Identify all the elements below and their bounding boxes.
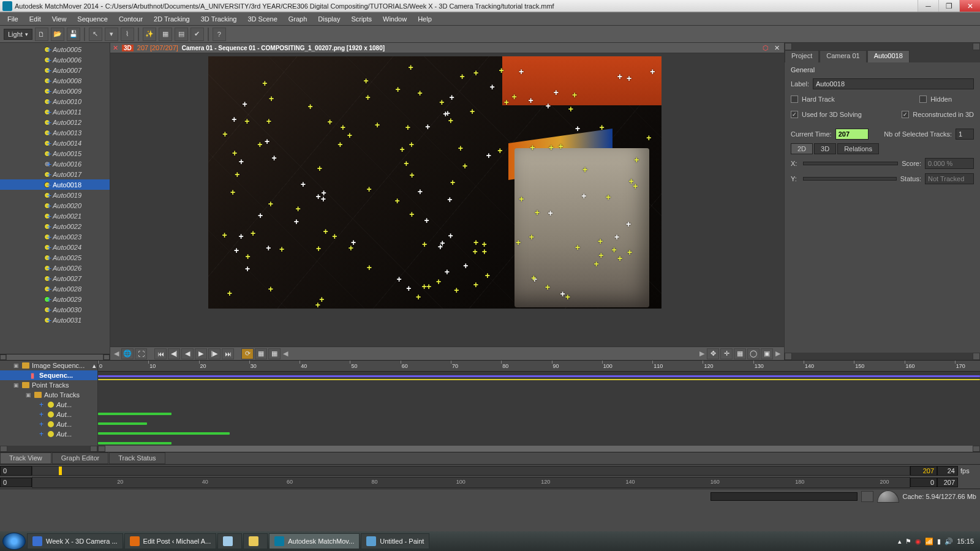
tl-item[interactable]: Point Tracks	[32, 381, 69, 389]
expand-icon[interactable]: +	[47, 222, 53, 231]
scroll-thumb[interactable]	[7, 354, 103, 360]
start-button[interactable]	[2, 533, 26, 550]
orbit-tool-icon[interactable]: ◯	[747, 348, 760, 359]
tree-item[interactable]: +Auto0027	[0, 273, 110, 283]
expand-icon[interactable]: +	[47, 232, 53, 242]
expand-icon[interactable]: +	[47, 190, 53, 200]
scroll-right-icon[interactable]	[104, 354, 110, 360]
expand-icon[interactable]: +	[47, 315, 53, 325]
go-start-icon[interactable]: ⏮	[154, 348, 167, 359]
expand-icon[interactable]: +	[47, 201, 53, 211]
tab-track-status[interactable]: Track Status	[109, 452, 165, 464]
expand-icon[interactable]: +	[47, 242, 53, 252]
expand-icon[interactable]: +	[47, 45, 53, 54]
expand-icon[interactable]: +	[47, 66, 53, 75]
tray-flag-icon[interactable]: ⚑	[905, 538, 911, 545]
tree-item[interactable]: +Auto0010	[0, 96, 110, 107]
subtab-3d[interactable]: 3D	[814, 143, 836, 154]
minimize-button[interactable]: ─	[918, 0, 938, 12]
tree-item[interactable]: +Auto0026	[0, 263, 110, 273]
scroll-right-icon[interactable]: ▶	[774, 350, 782, 358]
expand-icon[interactable]: +	[47, 294, 53, 304]
tree-item[interactable]: +Auto0028	[0, 283, 110, 294]
close-view-icon[interactable]: ✕	[772, 43, 782, 52]
fps-field[interactable]: 24	[937, 466, 958, 476]
taskbar-app[interactable]	[243, 533, 268, 549]
tl-item[interactable]: Aut...	[56, 430, 72, 438]
menu-window[interactable]: Window	[378, 14, 412, 24]
recon-checkbox[interactable]	[902, 111, 909, 118]
menu-2d-tracking[interactable]: 2D Tracking	[149, 14, 195, 24]
tl-item[interactable]: Aut...	[56, 411, 72, 418]
move-tool-icon[interactable]: ✥	[707, 348, 719, 359]
tray-battery-icon[interactable]: ▮	[937, 538, 941, 545]
lasso-tool-icon[interactable]: ⌇	[121, 28, 134, 41]
range-ruler[interactable]: 20406080100120140160180200	[32, 477, 910, 488]
curtime-input[interactable]	[835, 129, 869, 140]
expand-icon[interactable]: +	[47, 118, 53, 127]
tab-track-view[interactable]: Track View	[0, 452, 51, 464]
timeline-ruler[interactable]: 0102030405060708090100110120130140150160…	[98, 361, 980, 372]
tree-list[interactable]: +Auto0005+Auto0006+Auto0007+Auto0008+Aut…	[0, 43, 110, 354]
globe-icon[interactable]: 🌐	[121, 348, 134, 359]
expand-icon[interactable]: +	[47, 86, 53, 96]
expand-icon[interactable]: +	[47, 159, 53, 169]
expand-icon[interactable]: +	[47, 170, 53, 179]
tab-project[interactable]: Project	[785, 50, 819, 62]
tray-sync-icon[interactable]: ◉	[915, 538, 921, 545]
timeline-canvas[interactable]: 0102030405060708090100110120130140150160…	[98, 361, 980, 452]
menu-file[interactable]: File	[2, 14, 23, 24]
tree-item[interactable]: +Auto0006	[0, 54, 110, 65]
range-end-field[interactable]: 207	[937, 478, 958, 487]
x-field[interactable]	[803, 162, 898, 165]
tl-item[interactable]: Aut...	[56, 421, 72, 428]
tree-item[interactable]: +Auto0009	[0, 86, 110, 96]
step-back-icon[interactable]: ◀|	[168, 348, 180, 359]
film-tool-icon[interactable]: ▦	[159, 28, 172, 41]
dropdown-icon[interactable]: ▾	[105, 28, 118, 41]
tree-item[interactable]: +Auto0024	[0, 242, 110, 252]
play-icon[interactable]: ▶	[195, 348, 207, 359]
tree-item[interactable]: +Auto0007	[0, 65, 110, 75]
tree-hscroll[interactable]	[0, 354, 110, 360]
restore-button[interactable]: ❐	[938, 0, 959, 12]
grid-tool-icon[interactable]: ▦	[734, 348, 746, 359]
subtab-relations[interactable]: Relations	[837, 143, 879, 154]
camera-nav-icon[interactable]: ⛶	[135, 348, 147, 359]
tray-volume-icon[interactable]: 🔊	[944, 538, 953, 545]
expand-icon[interactable]: +	[47, 97, 53, 107]
save-file-icon[interactable]: 💾	[67, 28, 80, 41]
close-button[interactable]: ✕	[959, 0, 980, 12]
tree-item[interactable]: +Auto0021	[0, 211, 110, 221]
open-file-icon[interactable]: 📂	[51, 28, 64, 41]
range-cur-field[interactable]: 207	[910, 466, 937, 476]
expand-icon[interactable]: +	[47, 263, 53, 273]
tree-item[interactable]: +Auto0025	[0, 252, 110, 263]
menu-view[interactable]: View	[47, 14, 72, 24]
status-btn-icon[interactable]	[861, 491, 873, 502]
expand-icon[interactable]: +	[47, 274, 53, 283]
subtab-2d[interactable]: 2D	[791, 143, 813, 154]
tree-item[interactable]: +Auto0029	[0, 294, 110, 304]
range-slider-top[interactable]	[32, 466, 910, 476]
tree-item[interactable]: +Auto0019	[0, 190, 110, 200]
scroll-left-icon[interactable]	[0, 354, 6, 360]
play-back-icon[interactable]: ◀	[181, 348, 194, 359]
prop-top-scroll[interactable]	[785, 43, 980, 50]
magnet-icon[interactable]: ⬡	[761, 43, 771, 52]
pointer-tool-icon[interactable]: ↖	[89, 28, 102, 41]
tree-item[interactable]: +Auto0016	[0, 159, 110, 169]
track-tool-icon[interactable]: ▤	[175, 28, 188, 41]
used3d-checkbox[interactable]	[791, 111, 798, 118]
range-playhead[interactable]	[59, 467, 62, 475]
taskbar-app[interactable]: Edit Post ‹ Michael A...	[124, 533, 217, 549]
tl-item[interactable]: Sequenc...	[39, 372, 73, 379]
wand-tool-icon[interactable]: ✨	[143, 28, 156, 41]
snap1-icon[interactable]: ▦	[255, 348, 267, 359]
fit-tool-icon[interactable]: ▣	[761, 348, 773, 359]
menu-display[interactable]: Display	[313, 14, 345, 24]
y-field[interactable]	[803, 177, 897, 181]
tree-item[interactable]: +Auto0014	[0, 138, 110, 148]
tree-item[interactable]: +Auto0008	[0, 75, 110, 86]
tree-item[interactable]: +Auto0005	[0, 44, 110, 54]
